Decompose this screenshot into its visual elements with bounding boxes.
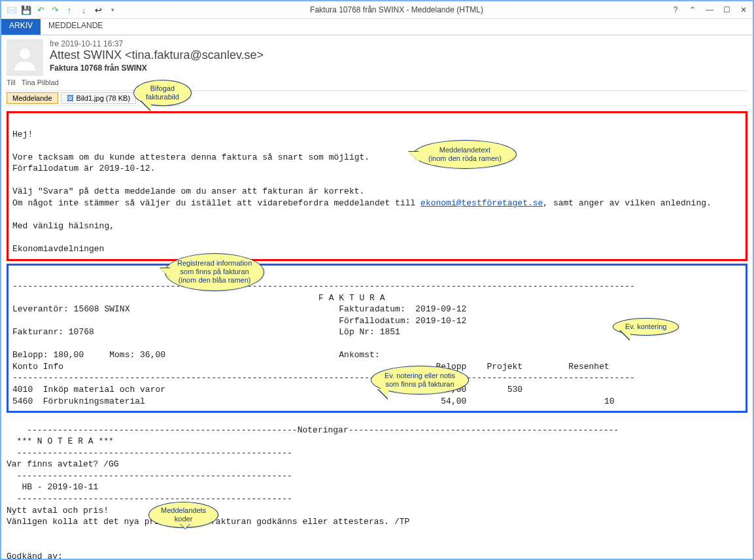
callout-bifogad: Bifogadfakturabild xyxy=(133,80,192,106)
attachment-file-label: Bild1.jpg (78 KB) xyxy=(77,94,131,102)
ribbon-collapse-icon[interactable]: ⌃ xyxy=(687,5,698,15)
invoice-title: F A K T U R A xyxy=(12,293,385,303)
window-title: Faktura 10768 från SWINX - Meddelande (H… xyxy=(123,5,670,14)
message-header: fre 2019-10-11 16:37 Attest SWINX <tina.… xyxy=(1,35,753,106)
redo-icon[interactable]: ↷ xyxy=(50,5,60,15)
titlebar: ✉️ 💾 ↶ ↷ ↑ ↓ ↩ ▾ Faktura 10768 från SWIN… xyxy=(1,1,753,19)
body-line: Hej! xyxy=(12,130,33,139)
svg-point-0 xyxy=(20,48,30,59)
tab-meddelande[interactable]: MEDDELANDE xyxy=(41,19,111,35)
body-line: Vore tacksam om du kunde attestera denna… xyxy=(12,152,369,162)
separator: ----------------------------------------… xyxy=(12,281,635,291)
person-icon xyxy=(12,44,38,71)
invoice-table-header: Konto Info Belopp Projekt Resenhet xyxy=(12,362,609,372)
notes-section: ----------------------------------------… xyxy=(7,413,747,560)
body-line: Förfallodatum är 2019-10-12. xyxy=(12,164,155,173)
outlook-message-window: ✉️ 💾 ↶ ↷ ↑ ↓ ↩ ▾ Faktura 10768 från SWIN… xyxy=(0,0,754,560)
separator: ----------------------------------------… xyxy=(7,471,292,481)
message-subject: Faktura 10768 från SWINX xyxy=(50,63,264,73)
avatar xyxy=(7,39,43,76)
callout-meddelandetext: Meddelandetext(inom den röda ramen) xyxy=(413,140,517,169)
body-line: Med vänlig hälsning, xyxy=(12,221,114,231)
message-from: Attest SWINX <tina.faktura@scanlev.se> xyxy=(50,48,264,62)
note-line: Godkänd av: xyxy=(7,551,63,560)
to-value: Tina Pilblad xyxy=(22,79,59,86)
window-controls: ? ⌃ — ☐ ✕ xyxy=(670,5,753,15)
close-icon[interactable]: ✕ xyxy=(738,5,749,15)
quick-access-toolbar: ✉️ 💾 ↶ ↷ ↑ ↓ ↩ ▾ xyxy=(1,5,123,15)
note-header: *** N O T E R A *** xyxy=(7,436,114,446)
invoice-line: Fakturanr: 10768 Löp Nr: 1851 xyxy=(12,327,400,337)
body-line: Välj "Svara" på detta meddelande om du a… xyxy=(12,186,364,196)
attachment-tab-meddelande[interactable]: Meddelande xyxy=(7,92,58,104)
save-icon[interactable]: 💾 xyxy=(21,5,31,15)
attachment-tab-label: Meddelande xyxy=(12,94,52,102)
maximize-icon[interactable]: ☐ xyxy=(721,5,732,15)
ribbon-tabs: ARKIV MEDDELANDE xyxy=(1,19,753,35)
invoice-row: 5460 Förbrukningsmaterial 54,00 10 xyxy=(12,396,615,406)
invoice-info-blue-box: ----------------------------------------… xyxy=(7,264,747,413)
separator: ----------------------------------------… xyxy=(7,494,292,504)
body-line: , samt anger av vilken anledning. xyxy=(543,198,711,208)
invoice-line xyxy=(12,339,18,349)
callout-notering: Ev. notering eller notissom finns på fak… xyxy=(371,366,469,394)
expand-icon[interactable]: ▾ xyxy=(107,5,118,15)
undo-icon[interactable]: ↶ xyxy=(35,5,46,15)
reply-icon[interactable]: ↩ xyxy=(93,5,103,15)
separator: ----------------------------------------… xyxy=(7,425,619,435)
tab-arkiv[interactable]: ARKIV xyxy=(1,19,41,35)
invoice-line: Förfallodatum: 2019-10-12 xyxy=(12,316,466,326)
note-line: Nytt avtal och pris! xyxy=(7,506,109,516)
down-arrow-icon[interactable]: ↓ xyxy=(78,5,89,15)
attachments-row: Meddelande 🖼 Bild1.jpg (78 KB) xyxy=(7,90,747,106)
mail-icon[interactable]: ✉️ xyxy=(7,5,17,15)
invoice-line: Leverantör: 15608 SWINX Fakturadatum: 20… xyxy=(12,304,466,314)
message-text-red-box: Hej! Vore tacksam om du kunde attestera … xyxy=(7,111,747,261)
up-arrow-icon[interactable]: ↑ xyxy=(64,5,75,15)
separator: ----------------------------------------… xyxy=(12,373,635,383)
separator: ----------------------------------------… xyxy=(7,448,292,458)
note-line: HB - 2019-10-11 xyxy=(7,482,98,492)
body-line: Ekonomiavdelningen xyxy=(12,244,104,254)
note-line: Var finns avtalet? /GG xyxy=(7,459,119,469)
image-icon: 🖼 xyxy=(67,94,74,102)
attachment-file[interactable]: 🖼 Bild1.jpg (78 KB) xyxy=(61,92,137,104)
invoice-line: Belopp: 180,00 Moms: 36,00 Ankomst: xyxy=(12,350,380,360)
help-icon[interactable]: ? xyxy=(670,5,681,15)
message-to-row: Till Tina Pilblad xyxy=(7,76,747,89)
minimize-icon[interactable]: — xyxy=(704,5,715,15)
callout-registrerad-info: Registrerad informationsom finns på fakt… xyxy=(165,253,264,291)
to-label: Till xyxy=(7,79,16,86)
message-datetime: fre 2019-10-11 16:37 xyxy=(50,39,264,48)
email-link[interactable]: ekonomi@testföretaget.se xyxy=(420,198,543,208)
body-line: Om något inte stämmer så väljer du istäl… xyxy=(12,198,420,208)
note-line xyxy=(7,529,12,538)
note-line xyxy=(7,540,12,550)
